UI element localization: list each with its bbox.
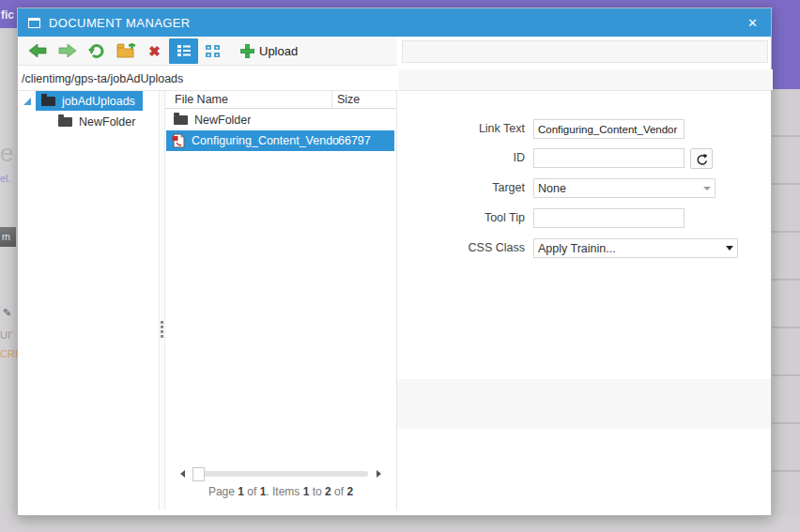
pager-text: of xyxy=(331,485,347,498)
css-class-select[interactable]: Apply Trainin... xyxy=(533,238,738,258)
delete-button[interactable]: ✖ xyxy=(140,38,169,64)
upload-icon xyxy=(240,44,254,58)
folder-icon xyxy=(174,115,188,125)
scroll-right-icon[interactable] xyxy=(377,470,381,478)
breadcrumb: /clientimg/gps-ta/jobAdUploads xyxy=(18,67,397,90)
dialog-titlebar[interactable]: DOCUMENT MANAGER ✕ xyxy=(18,8,771,37)
folder-icon xyxy=(41,97,55,106)
document-manager-dialog: DOCUMENT MANAGER ✕ xyxy=(17,8,772,516)
generate-id-button[interactable] xyxy=(690,148,713,169)
folder-tree: jobAdUploads NewFolder xyxy=(18,91,159,510)
link-text-label: Link Text xyxy=(397,122,525,135)
file-list: File Name Size NewFolder xyxy=(165,91,397,510)
horizontal-scrollbar[interactable] xyxy=(178,467,383,480)
file-list-header: File Name Size xyxy=(165,91,396,109)
upload-button[interactable]: Upload xyxy=(237,38,301,64)
pager-status: Page 1 of 1. Items 1 to 2 of 2 xyxy=(165,485,396,498)
right-panel-header-band xyxy=(398,69,773,90)
background-header-text: fic xyxy=(1,8,14,22)
screen: fic e el. rn ✎ UI' CRI DOCUMENT MANAGER … xyxy=(0,0,800,532)
background-header-bar xyxy=(0,0,800,8)
expand-arrow-icon[interactable] xyxy=(23,98,31,105)
target-label: Target xyxy=(397,181,525,194)
dialog-body: ✖ xyxy=(18,37,771,515)
right-panel-header-box xyxy=(402,40,768,63)
file-size: 66797 xyxy=(338,134,371,147)
file-name: Configuring_Content_Vendo xyxy=(192,134,339,147)
file-row-newfolder[interactable]: NewFolder xyxy=(165,110,394,130)
dialog-title: DOCUMENT MANAGER xyxy=(49,16,191,30)
folder-icon xyxy=(58,117,72,127)
scroll-left-icon[interactable] xyxy=(180,470,185,478)
target-select[interactable]: None xyxy=(533,178,715,198)
css-class-label: CSS Class xyxy=(397,241,525,254)
file-row-selected[interactable]: Configuring_Content_Vendo 66797 xyxy=(166,130,394,151)
upload-label: Upload xyxy=(259,44,298,58)
dialog-content: jobAdUploads NewFolder File Name xyxy=(18,90,771,515)
current-path: /clientimg/gps-ta/jobAdUploads xyxy=(22,72,183,85)
chevron-down-icon xyxy=(703,187,711,190)
tree-item-newfolder[interactable]: NewFolder xyxy=(58,112,135,131)
pdf-icon xyxy=(172,133,185,148)
pager-page: 1 xyxy=(238,485,244,498)
pager-text: . Items xyxy=(266,485,302,498)
back-button[interactable] xyxy=(23,38,53,64)
background-button-fragment: rn xyxy=(0,227,16,247)
pager-item-end: 2 xyxy=(325,485,331,498)
grid-view-button[interactable] xyxy=(198,38,227,64)
list-view-icon xyxy=(177,45,191,56)
back-icon xyxy=(29,44,47,57)
panel-splitter[interactable] xyxy=(159,91,165,510)
forward-icon xyxy=(58,44,76,57)
chevron-down-icon xyxy=(726,246,733,251)
background-text-fragment-1: UI' xyxy=(0,329,12,341)
properties-panel-band xyxy=(397,379,771,429)
new-folder-button[interactable] xyxy=(111,38,140,64)
css-class-value: Apply Trainin... xyxy=(538,242,616,255)
tree-item-jobaduploads[interactable]: jobAdUploads xyxy=(18,91,143,111)
list-view-button[interactable] xyxy=(169,38,198,64)
pencil-icon: ✎ xyxy=(3,307,11,319)
background-table xyxy=(772,89,800,521)
file-name: NewFolder xyxy=(194,114,251,127)
background-link-fragment: el. xyxy=(0,173,11,184)
grid-view-icon xyxy=(206,45,220,57)
column-header-file-name[interactable]: File Name xyxy=(175,93,228,106)
window-icon xyxy=(28,18,40,28)
drag-handle-icon[interactable] xyxy=(161,321,163,340)
pager-text: Page xyxy=(208,485,238,498)
target-value: None xyxy=(538,182,566,195)
tree-item-label: jobAdUploads xyxy=(62,95,135,108)
pager-text: to xyxy=(309,485,325,498)
tooltip-label: Tool Tip xyxy=(397,211,525,224)
close-icon[interactable]: ✕ xyxy=(745,15,761,31)
background-bottom xyxy=(0,516,800,532)
scrollbar-track[interactable] xyxy=(193,471,368,477)
pager-item-total: 2 xyxy=(346,485,353,498)
column-header-size[interactable]: Size xyxy=(337,93,360,106)
scrollbar-thumb[interactable] xyxy=(192,467,205,481)
background-header-right xyxy=(772,0,800,89)
tree-item-label: NewFolder xyxy=(79,115,135,129)
forward-button[interactable] xyxy=(53,38,82,64)
link-text-input[interactable] xyxy=(533,119,685,139)
tree-item-selected[interactable]: jobAdUploads xyxy=(36,91,143,111)
column-divider xyxy=(331,91,332,109)
refresh-button[interactable] xyxy=(82,38,111,64)
pager-text: of xyxy=(244,485,260,498)
delete-icon: ✖ xyxy=(148,44,161,58)
refresh-icon xyxy=(88,43,105,59)
id-input[interactable] xyxy=(533,148,685,168)
new-folder-icon xyxy=(116,43,135,58)
tooltip-input[interactable] xyxy=(533,208,685,228)
id-label: ID xyxy=(397,151,525,164)
toolbar: ✖ xyxy=(18,37,397,66)
properties-panel: Link Text ID T xyxy=(397,91,771,510)
background-heading-fragment: e xyxy=(0,139,13,168)
background-text-fragment-2: CRI xyxy=(0,348,18,359)
id-refresh-icon xyxy=(696,153,708,165)
